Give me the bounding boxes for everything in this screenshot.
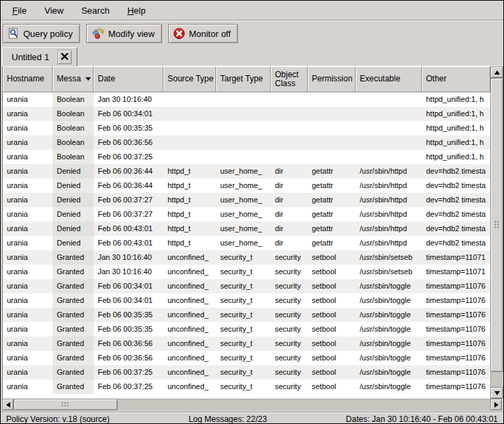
column-header-message[interactable]: Messa bbox=[53, 66, 94, 92]
cell-message: Denied bbox=[53, 164, 94, 178]
cell-executable: /usr/sbin/httpd bbox=[356, 222, 422, 236]
menu-view[interactable]: View bbox=[36, 3, 72, 18]
column-header-permission[interactable]: Permission bbox=[308, 66, 356, 92]
cell-object-class: security bbox=[271, 308, 308, 322]
cell-object-class bbox=[271, 121, 308, 135]
cell-permission bbox=[308, 92, 356, 107]
cell-date: Jan 30 10:16:40 bbox=[94, 265, 163, 279]
table-row[interactable]: urania Boolean Feb 06 00:35:35 httpd_uni… bbox=[3, 121, 490, 135]
scroll-right-button[interactable] bbox=[490, 399, 502, 410]
cell-target-type bbox=[216, 121, 271, 135]
cell-hostname: urania bbox=[3, 279, 53, 293]
tab-label: Untitled 1 bbox=[12, 52, 49, 62]
cell-executable: /usr/sbin/setseb bbox=[356, 250, 422, 265]
cell-permission: getattr bbox=[308, 193, 356, 207]
scroll-down-button[interactable] bbox=[490, 387, 503, 399]
cell-permission bbox=[308, 107, 356, 121]
cell-hostname: urania bbox=[3, 365, 53, 380]
table-row[interactable]: urania Denied Feb 06 00:36:44 httpd_t us… bbox=[3, 164, 490, 178]
cell-executable bbox=[356, 121, 422, 135]
vertical-scrollbar[interactable] bbox=[490, 66, 503, 399]
cell-target-type: security_t bbox=[216, 308, 271, 322]
cell-target-type: security_t bbox=[216, 265, 271, 279]
column-header-date[interactable]: Date bbox=[94, 66, 163, 92]
cell-permission: setbool bbox=[308, 365, 356, 380]
cell-target-type: user_home_ bbox=[216, 207, 271, 222]
cell-target-type: security_t bbox=[216, 293, 271, 308]
table-row[interactable]: urania Granted Feb 06 00:37:25 unconfine… bbox=[3, 380, 490, 394]
modify-view-button[interactable]: Modify view bbox=[86, 24, 162, 43]
cell-executable: /usr/sbin/httpd bbox=[356, 193, 422, 207]
cell-other: timestamp=11076 bbox=[422, 351, 490, 365]
cell-executable: /usr/sbin/toggle bbox=[356, 351, 422, 365]
cell-object-class: security bbox=[271, 293, 308, 308]
cell-other: timestamp=11071 bbox=[422, 250, 490, 265]
scroll-up-button[interactable] bbox=[490, 66, 503, 78]
menu-help[interactable]: Help bbox=[118, 3, 155, 18]
cell-other: timestamp=11076 bbox=[422, 322, 490, 336]
table-row[interactable]: urania Denied Feb 06 00:43:01 httpd_t us… bbox=[3, 222, 490, 236]
cell-permission: getattr bbox=[308, 178, 356, 193]
table-row[interactable]: urania Granted Feb 06 00:35:35 unconfine… bbox=[3, 308, 490, 322]
column-header-hostname[interactable]: Hostname bbox=[3, 66, 53, 92]
table-row[interactable]: urania Boolean Jan 30 10:16:40 httpd_uni… bbox=[3, 92, 490, 107]
table-row[interactable]: urania Boolean Feb 06 00:36:56 httpd_uni… bbox=[3, 135, 490, 150]
cell-target-type: security_t bbox=[216, 380, 271, 394]
cell-source-type: httpd_t bbox=[163, 207, 216, 222]
query-policy-button[interactable]: Query policy bbox=[3, 24, 80, 43]
cell-permission: getattr bbox=[308, 207, 356, 222]
vertical-scrollbar-thumb[interactable] bbox=[490, 78, 503, 372]
horizontal-scrollbar[interactable] bbox=[2, 399, 502, 410]
table-row[interactable]: urania Granted Feb 06 00:34:01 unconfine… bbox=[3, 293, 490, 308]
cell-other: dev=hdb2 timesta bbox=[422, 222, 490, 236]
column-header-executable[interactable]: Executable bbox=[356, 66, 422, 92]
table-row[interactable]: urania Granted Feb 06 00:36:56 unconfine… bbox=[3, 336, 490, 351]
column-header-other[interactable]: Other bbox=[422, 66, 490, 92]
cell-hostname: urania bbox=[3, 150, 53, 164]
menu-search[interactable]: Search bbox=[72, 3, 118, 18]
cell-other: httpd_unified:1, h bbox=[422, 92, 490, 107]
cell-target-type: security_t bbox=[216, 351, 271, 365]
modify-view-icon bbox=[91, 27, 105, 40]
cell-date: Feb 06 00:36:56 bbox=[94, 336, 163, 351]
monitor-off-button[interactable]: Monitor off bbox=[168, 24, 238, 43]
table-row[interactable]: urania Denied Feb 06 00:43:01 httpd_t us… bbox=[3, 236, 490, 250]
cell-date: Feb 06 00:37:27 bbox=[94, 207, 163, 222]
column-header-target-type[interactable]: Target Type bbox=[216, 66, 271, 92]
table-row[interactable]: urania Granted Feb 06 00:37:25 unconfine… bbox=[3, 365, 490, 380]
cell-date: Feb 06 00:36:44 bbox=[94, 178, 163, 193]
query-policy-label: Query policy bbox=[23, 29, 72, 39]
tab-untitled-1[interactable]: Untitled 1 bbox=[2, 47, 77, 66]
thumb-grip-icon bbox=[62, 402, 70, 408]
vertical-scrollbar-trough[interactable] bbox=[490, 78, 503, 387]
horizontal-scrollbar-thumb[interactable] bbox=[14, 399, 118, 410]
column-header-object-class[interactable]: Object Class bbox=[271, 66, 308, 92]
table-row[interactable]: urania Denied Feb 06 00:36:44 httpd_t us… bbox=[3, 178, 490, 193]
table-row[interactable]: urania Granted Jan 30 10:16:40 unconfine… bbox=[3, 250, 490, 265]
cell-message: Granted bbox=[53, 351, 94, 365]
scroll-left-button[interactable] bbox=[2, 399, 14, 410]
cell-date: Feb 06 00:43:01 bbox=[94, 236, 163, 250]
cell-other: timestamp=11076 bbox=[422, 308, 490, 322]
cell-target-type: user_home_ bbox=[216, 164, 271, 178]
cell-message: Boolean bbox=[53, 107, 94, 121]
table-row[interactable]: urania Granted Feb 06 00:35:35 unconfine… bbox=[3, 322, 490, 336]
cell-executable: /usr/sbin/toggle bbox=[356, 336, 422, 351]
table-row[interactable]: urania Granted Feb 06 00:34:01 unconfine… bbox=[3, 279, 490, 293]
table-row[interactable]: urania Boolean Feb 06 00:37:25 httpd_uni… bbox=[3, 150, 490, 164]
cell-source-type: httpd_t bbox=[163, 222, 216, 236]
cell-source-type: unconfined_ bbox=[163, 365, 216, 380]
table-row[interactable]: urania Granted Jan 30 10:16:40 unconfine… bbox=[3, 265, 490, 279]
table-row[interactable]: urania Denied Feb 06 00:37:27 httpd_t us… bbox=[3, 193, 490, 207]
cell-source-type bbox=[163, 121, 216, 135]
table-row[interactable]: urania Granted Feb 06 00:36:56 unconfine… bbox=[3, 351, 490, 365]
cell-date: Feb 06 00:43:01 bbox=[94, 222, 163, 236]
cell-source-type: unconfined_ bbox=[163, 265, 216, 279]
table-row[interactable]: urania Denied Feb 06 00:37:27 httpd_t us… bbox=[3, 207, 490, 222]
table-row[interactable]: urania Boolean Feb 06 00:34:01 httpd_uni… bbox=[3, 107, 490, 121]
menu-file[interactable]: File bbox=[3, 3, 36, 18]
column-header-source-type[interactable]: Source Type bbox=[163, 66, 216, 92]
log-messages-status: Log Messages: 22/23 bbox=[189, 414, 267, 424]
tab-close-button[interactable] bbox=[57, 50, 72, 64]
horizontal-scrollbar-trough[interactable] bbox=[14, 399, 490, 410]
